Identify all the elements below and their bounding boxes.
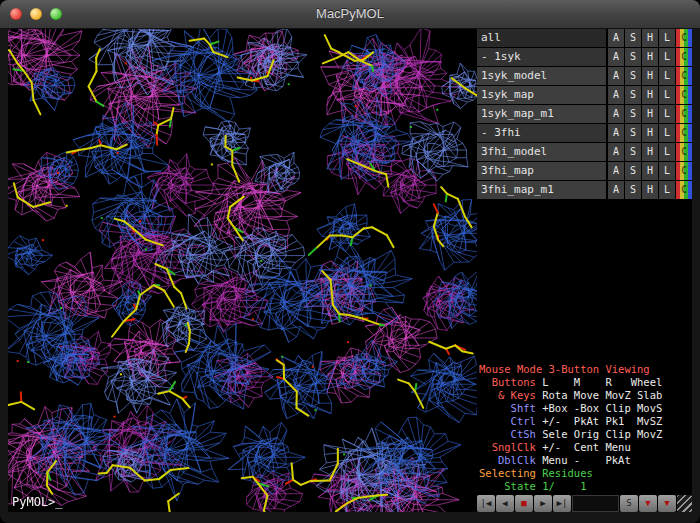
- action-c-button[interactable]: C: [676, 86, 692, 104]
- action-s-button[interactable]: S: [625, 29, 641, 47]
- movie-buttons-main: |◀◀■▶▶|: [477, 495, 571, 512]
- object-row: - 1sykASHLC: [477, 48, 692, 66]
- movie-end-button[interactable]: ▶|: [553, 495, 571, 512]
- mouse-panel-text: Menu - PkAt: [542, 454, 631, 466]
- action-a-button[interactable]: A: [608, 124, 624, 142]
- action-s-button[interactable]: S: [625, 124, 641, 142]
- action-c-button[interactable]: C: [676, 181, 692, 199]
- resize-grip[interactable]: [677, 495, 692, 512]
- ctsh-row: CtSh Sele Orig Clip MovZ: [479, 428, 690, 441]
- action-l-button[interactable]: L: [659, 181, 675, 199]
- molecular-render-canvas[interactable]: [8, 29, 477, 512]
- movie-stop-button[interactable]: ■: [515, 495, 533, 512]
- movie-rewind-button[interactable]: |◀: [477, 495, 495, 512]
- mouse-panel-text: Rota Move MovZ Slab: [542, 389, 662, 401]
- mouse-panel-text: +/- Cent Menu: [542, 441, 631, 453]
- mouse-panel-text: Selecting: [479, 467, 542, 479]
- action-s-button[interactable]: S: [625, 48, 641, 66]
- action-h-button[interactable]: H: [642, 162, 658, 180]
- object-name-1syk-map-m1[interactable]: 1syk_map_m1: [477, 105, 606, 123]
- mouse-mode-panel: Mouse Mode 3-Button Viewing Buttons L M …: [477, 361, 692, 495]
- object-name-3fhi-map-m1[interactable]: 3fhi_map_m1: [477, 181, 606, 199]
- action-a-button[interactable]: A: [608, 86, 624, 104]
- action-s-button[interactable]: S: [625, 86, 641, 104]
- frame-display: [572, 495, 619, 512]
- action-l-button[interactable]: L: [659, 143, 675, 161]
- titlebar[interactable]: MacPyMOL: [0, 0, 700, 29]
- action-l-button[interactable]: L: [659, 86, 675, 104]
- object-name-3fhi-map[interactable]: 3fhi_map: [477, 162, 606, 180]
- object-name-1syk[interactable]: - 1syk: [477, 48, 606, 66]
- keys-row: & Keys Rota Move MovZ Slab: [479, 389, 690, 402]
- menu-toggle-left-button[interactable]: ▼: [639, 495, 657, 512]
- mouse-panel-text: +/- PkAt Pk1 MvSZ: [542, 415, 662, 427]
- object-name-3fhi[interactable]: - 3fhi: [477, 124, 606, 142]
- main-content: PyMOL>_ allASHLC- 1sykASHLC1syk_modelASH…: [0, 29, 700, 512]
- action-h-button[interactable]: H: [642, 105, 658, 123]
- action-c-button[interactable]: C: [676, 143, 692, 161]
- action-a-button[interactable]: A: [608, 162, 624, 180]
- command-prompt[interactable]: PyMOL>_: [12, 495, 63, 509]
- singleclick-row: SnglClk +/- Cent Menu: [479, 441, 690, 454]
- mouse-panel-text: DblClk: [479, 454, 542, 466]
- action-l-button[interactable]: L: [659, 124, 675, 142]
- action-c-button[interactable]: C: [676, 105, 692, 123]
- action-h-button[interactable]: H: [642, 143, 658, 161]
- action-a-button[interactable]: A: [608, 143, 624, 161]
- action-h-button[interactable]: H: [642, 67, 658, 85]
- action-h-button[interactable]: H: [642, 181, 658, 199]
- mouse-mode-toggle[interactable]: Mouse Mode 3-Button Viewing: [479, 363, 690, 376]
- action-a-button[interactable]: A: [608, 105, 624, 123]
- object-name-3fhi-model[interactable]: 3fhi_model: [477, 143, 606, 161]
- action-h-button[interactable]: H: [642, 86, 658, 104]
- selecting-mode-toggle[interactable]: Selecting Residues: [479, 467, 690, 480]
- zoom-button[interactable]: [50, 8, 62, 20]
- action-h-button[interactable]: H: [642, 29, 658, 47]
- mouse-panel-text: SnglClk: [479, 441, 542, 453]
- action-h-button[interactable]: H: [642, 124, 658, 142]
- shift-row: Shft +Box -Box Clip MovS: [479, 402, 690, 415]
- action-s-button[interactable]: S: [625, 67, 641, 85]
- action-a-button[interactable]: A: [608, 29, 624, 47]
- viewport-3d: PyMOL>_: [8, 29, 477, 512]
- action-l-button[interactable]: L: [659, 105, 675, 123]
- object-row: allASHLC: [477, 29, 692, 47]
- action-s-button[interactable]: S: [625, 162, 641, 180]
- sidebar: allASHLC- 1sykASHLC1syk_modelASHLC1syk_m…: [477, 29, 692, 512]
- menu-toggle-right-button[interactable]: ▼: [658, 495, 676, 512]
- movie-buttons-extra: S▼▼: [620, 495, 676, 512]
- movie-back-button[interactable]: ◀: [496, 495, 514, 512]
- action-s-button[interactable]: S: [625, 143, 641, 161]
- action-l-button[interactable]: L: [659, 48, 675, 66]
- action-l-button[interactable]: L: [659, 162, 675, 180]
- mouse-panel-text: 1/ 1: [542, 480, 586, 492]
- movie-play-button[interactable]: ▶: [534, 495, 552, 512]
- window-title: MacPyMOL: [0, 0, 700, 28]
- mouse-panel-text: Buttons: [479, 376, 542, 388]
- action-c-button[interactable]: C: [676, 162, 692, 180]
- action-l-button[interactable]: L: [659, 67, 675, 85]
- scene-button[interactable]: S: [620, 495, 638, 512]
- minimize-button[interactable]: [30, 8, 42, 20]
- action-a-button[interactable]: A: [608, 48, 624, 66]
- action-s-button[interactable]: S: [625, 105, 641, 123]
- object-name-1syk-map[interactable]: 1syk_map: [477, 86, 606, 104]
- action-l-button[interactable]: L: [659, 29, 675, 47]
- action-c-button[interactable]: C: [676, 29, 692, 47]
- doubleclick-row: DblClk Menu - PkAt: [479, 454, 690, 467]
- mouse-panel-text: & Keys: [479, 389, 542, 401]
- object-name-1syk-model[interactable]: 1syk_model: [477, 67, 606, 85]
- ctrl-row: Ctrl +/- PkAt Pk1 MvSZ: [479, 415, 690, 428]
- action-c-button[interactable]: C: [676, 48, 692, 66]
- action-a-button[interactable]: A: [608, 67, 624, 85]
- action-c-button[interactable]: C: [676, 67, 692, 85]
- state-indicator[interactable]: State 1/ 1: [479, 480, 690, 493]
- object-name-all[interactable]: all: [477, 29, 606, 47]
- close-button[interactable]: [10, 8, 22, 20]
- action-a-button[interactable]: A: [608, 181, 624, 199]
- action-c-button[interactable]: C: [676, 124, 692, 142]
- mouse-panel-text: Shft: [479, 402, 542, 414]
- action-h-button[interactable]: H: [642, 48, 658, 66]
- action-s-button[interactable]: S: [625, 181, 641, 199]
- mouse-panel-text: CtSh: [479, 428, 542, 440]
